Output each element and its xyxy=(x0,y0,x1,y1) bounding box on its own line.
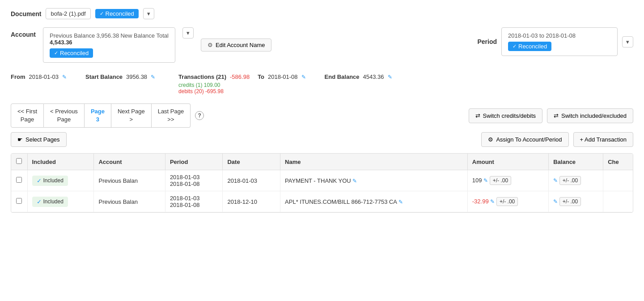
to-edit-icon[interactable]: ✎ xyxy=(301,74,306,80)
start-balance-section: Start Balance 3956.38 ✎ xyxy=(85,73,155,80)
hand-icon: ☛ xyxy=(17,136,23,143)
account-label: Account xyxy=(11,27,36,38)
start-balance-label: Start Balance xyxy=(85,73,123,80)
start-balance-edit-icon[interactable]: ✎ xyxy=(151,74,155,80)
balance-adj-button[interactable]: +/- .00 xyxy=(559,176,581,185)
period-dropdown-btn[interactable]: ▾ xyxy=(622,36,633,47)
debits-value: debits (20) -695.98 xyxy=(178,88,250,95)
gear-icon: ⚙ xyxy=(208,42,213,48)
check-icon: ✓ xyxy=(100,11,104,17)
check-icon: ✓ xyxy=(54,50,58,56)
transactions-section: Transactions (21) -586.98 credits (1) 10… xyxy=(178,73,250,95)
row-period: 2018-01-032018-01-08 xyxy=(165,191,223,212)
current-page-button[interactable]: Page3 xyxy=(85,103,111,128)
period-dates: 2018-01-03 to 2018-01-08 xyxy=(508,32,611,39)
balance-edit-icon[interactable]: ✎ xyxy=(553,198,558,205)
switch-icon2: ⇄ xyxy=(554,112,559,119)
account-new-balance: 4,543.36 xyxy=(50,39,169,46)
table-actions-right: ⇄ Switch credits/debits ⇄ Switch include… xyxy=(469,108,633,123)
row-period: 2018-01-032018-01-08 xyxy=(165,170,223,191)
balance-adj-button[interactable]: +/- .00 xyxy=(559,197,581,206)
row-checkbox-cell xyxy=(11,191,27,212)
account-prev-balance: Previous Balance 3,956.38 New Balance To… xyxy=(50,32,169,39)
account-box: Previous Balance 3,956.38 New Balance To… xyxy=(43,27,175,63)
check-icon: ✓ xyxy=(37,198,42,205)
row-account: Previous Balan xyxy=(94,170,165,191)
from-label: From xyxy=(11,73,25,80)
col-che: Che xyxy=(603,154,633,170)
document-label: Document xyxy=(11,10,41,17)
edit-account-name-button[interactable]: ⚙ Edit Account Name xyxy=(201,39,272,52)
end-balance-section: End Balance 4543.36 ✎ xyxy=(325,73,392,80)
row-included: ✓ Included xyxy=(27,170,94,191)
switch-icon: ⇄ xyxy=(475,112,480,119)
check-icon: ✓ xyxy=(513,43,517,49)
first-page-button[interactable]: << FirstPage xyxy=(11,103,44,128)
col-date: Date xyxy=(223,154,280,170)
bottom-actions: ⚙ Assign To Account/Period + Add Transac… xyxy=(481,132,633,147)
prev-page-button[interactable]: < PreviousPage xyxy=(44,103,85,128)
assign-account-period-button[interactable]: ⚙ Assign To Account/Period xyxy=(481,132,568,147)
period-box: 2018-01-03 to 2018-01-08 ✓ Reconciled xyxy=(501,27,618,56)
col-amount: Amount xyxy=(467,154,548,170)
period-reconciled-badge: ✓ Reconciled xyxy=(508,42,551,51)
transactions-value: -586.98 xyxy=(230,73,250,80)
amount-edit-icon[interactable]: ✎ xyxy=(490,198,495,205)
row-name: PAYMENT - THANK YOU ✎ xyxy=(280,170,468,191)
end-balance-value: 4543.36 xyxy=(363,73,384,80)
row-included: ✓ Included xyxy=(27,191,94,212)
included-badge[interactable]: ✓ Included xyxy=(32,197,68,207)
row-account: Previous Balan xyxy=(94,191,165,212)
pagination: << FirstPage < PreviousPage Page3 Next P… xyxy=(11,103,204,128)
amount-edit-icon[interactable]: ✎ xyxy=(483,177,488,184)
period-label: Period xyxy=(477,38,497,45)
transactions-label: Transactions (21) xyxy=(178,73,226,80)
to-label: To xyxy=(258,73,264,80)
row-checkbox[interactable] xyxy=(16,198,22,204)
row-amount: -32.99 ✎ +/- .00 xyxy=(467,191,548,212)
transactions-table-wrap: Included Account Period Date Name Amount… xyxy=(11,153,633,213)
row-date: 2018-12-10 xyxy=(223,191,280,212)
col-balance: Balance xyxy=(549,154,603,170)
last-page-button[interactable]: Last Page>> xyxy=(152,103,191,128)
document-dropdown-btn[interactable]: ▾ xyxy=(143,8,154,19)
row-balance: ✎ +/- .00 xyxy=(549,191,603,212)
add-transaction-button[interactable]: + Add Transaction xyxy=(573,132,633,147)
row-date: 2018-01-03 xyxy=(223,170,280,191)
name-edit-icon[interactable]: ✎ xyxy=(352,178,357,184)
from-value: 2018-01-03 xyxy=(29,73,59,80)
row-amount: 109 ✎ +/- .00 xyxy=(467,170,548,191)
select-pages-button[interactable]: ☛ Select Pages xyxy=(11,132,67,147)
switch-credits-debits-button[interactable]: ⇄ Switch credits/debits xyxy=(469,108,543,123)
from-edit-icon[interactable]: ✎ xyxy=(62,74,67,80)
row-checkbox-cell xyxy=(11,170,27,191)
row-checkbox[interactable] xyxy=(16,177,22,183)
credits-value: credits (1) 109.00 xyxy=(178,82,250,88)
balance-edit-icon[interactable]: ✎ xyxy=(553,177,558,184)
amount-adj-button[interactable]: +/- .00 xyxy=(490,176,511,185)
col-account: Account xyxy=(94,154,165,170)
account-reconciled-badge: ✓ Reconciled xyxy=(50,48,93,58)
account-dropdown-btn[interactable]: ▾ xyxy=(182,27,194,39)
col-included: Included xyxy=(27,154,94,170)
table-row: ✓ Included Previous Balan 2018-01-032018… xyxy=(11,191,633,212)
row-balance: ✎ +/- .00 xyxy=(549,170,603,191)
next-page-button[interactable]: Next Page> xyxy=(111,103,152,128)
select-all-checkbox[interactable] xyxy=(16,158,22,164)
from-section: From 2018-01-03 ✎ xyxy=(11,73,67,80)
document-filename: bofa-2 (1).pdf xyxy=(46,8,90,19)
table-row: ✓ Included Previous Balan 2018-01-032018… xyxy=(11,170,633,191)
to-value: 2018-01-08 xyxy=(268,73,298,80)
col-name: Name xyxy=(280,154,468,170)
end-balance-label: End Balance xyxy=(325,73,360,80)
help-icon[interactable]: ? xyxy=(195,111,204,120)
switch-included-excluded-button[interactable]: ⇄ Switch included/excluded xyxy=(547,108,633,123)
start-balance-value: 3956.38 xyxy=(126,73,147,80)
amount-adj-button[interactable]: +/- .00 xyxy=(496,197,518,206)
name-edit-icon[interactable]: ✎ xyxy=(398,199,403,205)
end-balance-edit-icon[interactable]: ✎ xyxy=(388,74,392,80)
row-che xyxy=(603,170,633,191)
included-badge[interactable]: ✓ Included xyxy=(32,176,68,186)
col-period: Period xyxy=(165,154,223,170)
check-icon: ✓ xyxy=(37,177,42,184)
